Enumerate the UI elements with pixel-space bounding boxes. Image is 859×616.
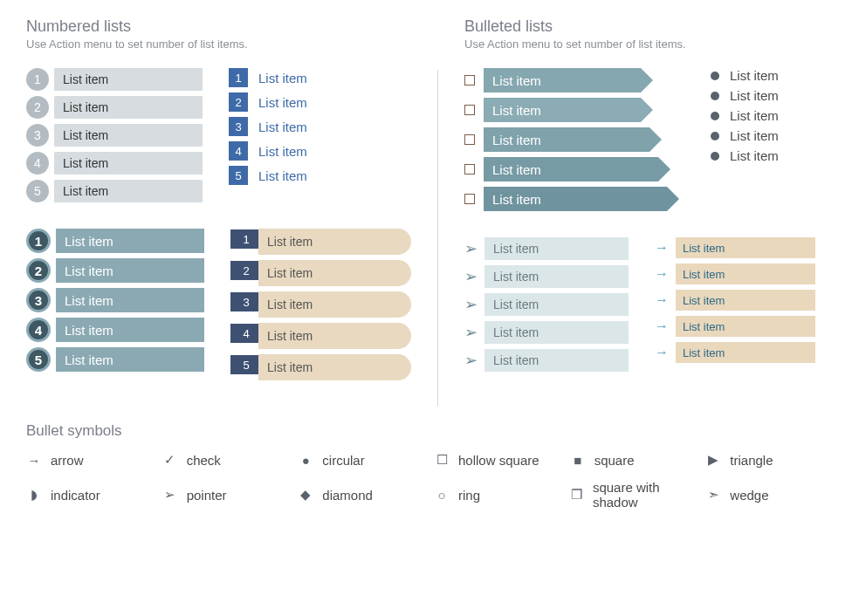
list-item: 2List item [26,96,203,119]
numbered-subtitle: Use Action menu to set number of list it… [26,38,411,51]
symbol-label: circular [322,453,364,468]
symbol-label: square with shadow [593,480,697,510]
pointer-icon: ➢ [464,351,478,370]
list-item: →List item [655,290,815,311]
item-label: List item [258,144,307,159]
symbol-label: check [187,453,221,468]
item-label: List item [258,260,411,286]
list-item: ➢List item [464,321,629,344]
number-badge: 1 [26,68,49,91]
list-style-h: →List item →List item →List item →List i… [655,237,815,372]
symbol-label: pointer [187,488,227,503]
list-item: →List item [655,237,815,258]
circular-icon [711,92,719,100]
pointer-icon: ➢ [464,267,478,286]
list-item: List item [464,157,667,181]
check-icon: ✓ [162,452,178,468]
arrow-icon: → [655,318,669,334]
item-label: List item [258,323,411,349]
number-badge: 5 [26,180,49,202]
number-badge: 3 [26,288,51,312]
circular-icon [711,112,719,120]
list-style-b: 1List item 2List item 3List item 4List i… [229,68,307,202]
number-badge: 1 [230,229,262,249]
diamond-icon: ◆ [298,487,313,503]
list-item: 2List item [229,92,307,112]
circular-icon [711,72,719,80]
arrow-icon: → [655,240,669,256]
symbol-diamond: ◆diamond [298,480,425,510]
arrow-icon: → [26,453,42,468]
item-label: List item [484,127,649,152]
item-label: List item [56,347,204,372]
item-label: List item [56,288,204,312]
item-label: List item [258,71,307,86]
bulleted-title: Bulleted lists [464,17,833,36]
item-label: List item [258,168,307,183]
item-label: List item [258,291,411,318]
symbols-title: Bullet symbols [26,422,833,440]
item-label: List item [56,229,204,253]
symbol-square: ■square [570,452,698,468]
item-label: List item [258,354,411,380]
square-shadow-icon: ❐ [570,487,584,503]
symbol-check: ✓check [162,452,290,468]
item-label: List item [258,120,307,134]
list-item: List item [464,98,667,122]
number-badge: 4 [26,318,51,342]
item-label: List item [484,293,629,316]
list-item: ➢List item [464,293,629,316]
symbol-pointer: ➢pointer [162,480,290,510]
list-item: 1List item [230,229,411,255]
item-label: List item [54,152,203,175]
numbered-lists-section: Numbered lists Use Action menu to set nu… [26,17,411,407]
symbol-label: ring [458,488,480,503]
list-item: 4List item [26,318,204,342]
item-label: List item [676,316,815,337]
hollow-square-icon [464,164,475,175]
number-badge: 1 [229,68,248,87]
list-item: 1List item [26,68,203,91]
list-item: 4List item [26,152,203,175]
list-style-f: List item List item List item List item … [711,68,779,211]
hollow-square-icon [464,105,475,115]
list-item: 5List item [230,354,411,380]
item-label: List item [54,68,203,91]
list-item: 1List item [229,68,307,87]
symbol-label: square [594,453,635,468]
list-item: ➢List item [464,237,629,260]
item-label: List item [676,290,815,311]
list-item: ➢List item [464,349,629,372]
list-item: ➢List item [464,265,629,288]
number-badge: 2 [26,96,49,119]
ring-icon: ○ [434,488,450,503]
hollow-square-icon [464,75,475,86]
item-label: List item [730,108,779,123]
symbol-ring: ○ring [434,480,561,510]
list-item: List item [464,68,667,92]
pointer-icon: ➢ [464,323,478,342]
list-item: 3List item [229,117,307,136]
list-item: →List item [655,316,815,337]
number-badge: 2 [229,92,248,112]
arrow-icon: → [655,345,669,360]
number-badge: 2 [230,261,262,280]
wedge-icon: ➣ [705,487,721,503]
arrow-icon: → [655,266,669,282]
number-badge: 1 [26,229,51,253]
list-item: List item [711,128,779,143]
list-style-a: 1List item 2List item 3List item 4List i… [26,68,203,202]
bulleted-lists-section: Bulleted lists Use Action menu to set nu… [464,17,833,407]
item-label: List item [484,98,641,122]
number-badge: 3 [229,117,248,136]
section-divider [437,70,438,407]
indicator-icon: ◗ [26,487,42,503]
pointer-icon: ➢ [464,239,478,258]
item-label: List item [258,95,307,110]
pointer-icon: ➢ [162,487,178,503]
numbered-title: Numbered lists [26,17,411,36]
item-label: List item [484,187,667,211]
number-badge: 2 [26,258,51,283]
item-label: List item [730,68,779,83]
list-item: 2List item [26,258,204,283]
